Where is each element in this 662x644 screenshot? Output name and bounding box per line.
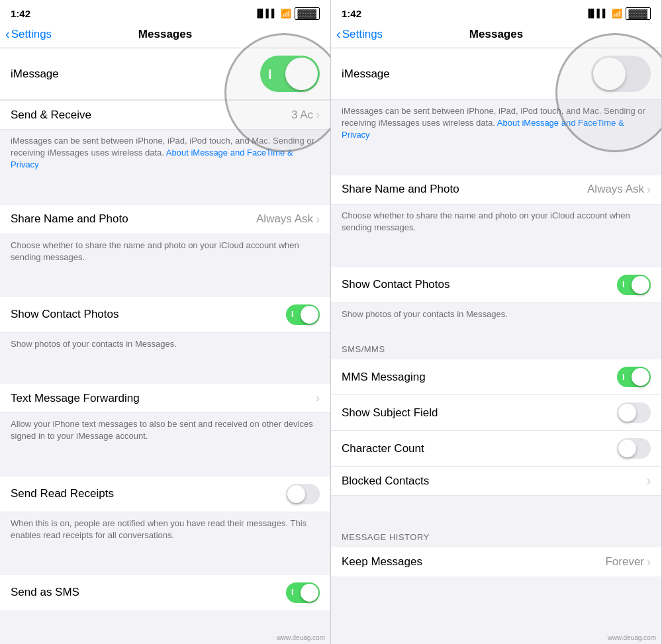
blocked-contacts-chevron: › <box>647 474 651 488</box>
imessage-footer-right: iMessages can be sent between iPhone, iP… <box>331 100 661 152</box>
contact-photos-footer-right: Show photos of your contacts in Messages… <box>331 303 661 331</box>
character-count-row[interactable]: Character Count <box>331 431 661 467</box>
group-divider-5-left <box>0 552 330 575</box>
toggle-knob <box>285 58 318 90</box>
show-subject-toggle[interactable] <box>617 402 651 423</box>
wifi-icon-right: 📶 <box>612 9 622 19</box>
back-chevron-icon-right: ‹ <box>336 26 341 42</box>
read-receipts-footer: When this is on, people are notified whe… <box>0 512 330 552</box>
share-name-text: Always Ask <box>256 212 313 226</box>
show-contact-photos-row-right[interactable]: Show Contact Photos I <box>331 267 661 303</box>
keep-messages-label: Keep Messages <box>342 555 422 569</box>
share-name-value-right: Always Ask › <box>587 183 651 197</box>
text-msg-forwarding-label: Text Message Forwarding <box>11 392 140 405</box>
battery-icon: ▓▓▓ <box>295 7 320 20</box>
send-read-receipts-row[interactable]: Send Read Receipts <box>0 477 330 512</box>
status-time-right: 1:42 <box>342 8 361 19</box>
show-subject-row[interactable]: Show Subject Field <box>331 395 661 431</box>
status-bar-right: 1:42 ▐▌▌▌ 📶 ▓▓▓ <box>331 0 661 24</box>
contact-photos-toggle-left[interactable]: I <box>286 304 320 325</box>
blocked-contacts-label: Blocked Contacts <box>342 475 429 488</box>
back-chevron-icon-left: ‹ <box>5 26 10 42</box>
back-button-left[interactable]: ‹ Settings <box>5 27 52 42</box>
back-label-right: Settings <box>342 28 383 41</box>
group-divider-4-left <box>0 453 330 477</box>
toggle-knob-imessage-right <box>593 58 626 90</box>
character-count-label: Character Count <box>342 442 424 455</box>
signal-icon: ▐▌▌▌ <box>255 9 277 18</box>
toggle-knob-subject <box>618 404 636 422</box>
imessage-footer-left: iMessages can be sent between iPhone, iP… <box>0 130 330 182</box>
send-read-receipts-label: Send Read Receipts <box>11 487 114 500</box>
show-contact-photos-label-right: Show Contact Photos <box>342 278 449 291</box>
group-divider-2-right <box>331 244 661 267</box>
share-name-chevron: › <box>316 212 320 226</box>
toggle-knob-contact <box>301 306 318 324</box>
imessage-label-left: iMessage <box>11 68 59 81</box>
settings-list-right: iMessage iMessages can be sent between i… <box>331 48 661 639</box>
share-name-text-right: Always Ask <box>587 183 644 196</box>
send-as-sms-label: Send as SMS <box>11 586 79 599</box>
toggle-knob-mms <box>632 368 649 386</box>
share-name-row-right[interactable]: Share Name and Photo Always Ask › <box>331 175 661 205</box>
contact-photos-toggle-right[interactable]: I <box>617 275 651 295</box>
send-receive-count: 3 Ac <box>291 109 313 122</box>
toggle-knob-read <box>287 485 305 503</box>
imessage-toggle-right[interactable] <box>591 56 651 92</box>
signal-icon-right: ▐▌▌▌ <box>586 9 608 18</box>
text-msg-forwarding-row[interactable]: Text Message Forwarding › <box>0 384 330 413</box>
page-title-left: Messages <box>138 28 192 41</box>
right-phone-panel: 1:42 ▐▌▌▌ 📶 ▓▓▓ ‹ Settings Messages iMes… <box>331 0 662 644</box>
imessage-row-right[interactable]: iMessage <box>331 48 661 100</box>
toggle-knob-char <box>618 439 636 457</box>
show-contact-photos-label-left: Show Contact Photos <box>11 308 118 321</box>
nav-bar-left: ‹ Settings Messages <box>0 24 330 48</box>
group-divider-3-right <box>331 496 661 519</box>
keep-messages-row[interactable]: Keep Messages Forever › <box>331 547 661 576</box>
group-divider-1-left <box>0 182 330 205</box>
send-receive-value: 3 Ac › <box>291 108 320 122</box>
back-label-left: Settings <box>11 28 52 41</box>
share-name-label-right: Share Name and Photo <box>342 183 459 196</box>
keep-messages-chevron: › <box>647 555 651 569</box>
settings-list-left: iMessage I Send & Receive 3 Ac › iMessag… <box>0 48 330 639</box>
page-title-right: Messages <box>469 28 523 41</box>
group-divider-2-left <box>0 274 330 297</box>
share-name-footer-right: Choose whether to share the name and pho… <box>331 205 661 244</box>
share-name-chevron-right: › <box>647 183 651 197</box>
send-as-sms-row[interactable]: Send as SMS I <box>0 575 330 610</box>
watermark-right: www.deuag.com <box>608 634 656 641</box>
character-count-toggle[interactable] <box>617 438 651 459</box>
contact-photos-footer-left: Show photos of your contacts in Messages… <box>0 333 330 361</box>
imessage-toggle-left[interactable]: I <box>260 56 320 92</box>
share-name-value-left: Always Ask › <box>256 212 320 226</box>
send-as-sms-toggle[interactable]: I <box>286 582 320 603</box>
show-contact-photos-row-left[interactable]: Show Contact Photos I <box>0 297 330 333</box>
mms-messaging-row[interactable]: MMS Messaging I <box>331 359 661 395</box>
keep-messages-value: Forever › <box>605 555 651 569</box>
smsmms-header: SMS/MMS <box>331 331 661 359</box>
blocked-contacts-row[interactable]: Blocked Contacts › <box>331 467 661 496</box>
send-receive-row-left[interactable]: Send & Receive 3 Ac › <box>0 100 330 130</box>
status-icons-left: ▐▌▌▌ 📶 ▓▓▓ <box>255 7 320 20</box>
keep-messages-text: Forever <box>605 555 644 569</box>
message-history-header: MESSAGE HISTORY <box>331 519 661 547</box>
imessage-label-right: iMessage <box>342 68 390 81</box>
send-read-receipts-toggle[interactable] <box>286 484 320 504</box>
mms-messaging-label: MMS Messaging <box>342 371 426 384</box>
share-name-label-left: Share Name and Photo <box>11 212 128 226</box>
back-button-right[interactable]: ‹ Settings <box>336 27 383 42</box>
wifi-icon: 📶 <box>281 9 291 19</box>
show-subject-label: Show Subject Field <box>342 406 438 420</box>
share-name-footer-left: Choose whether to share the name and pho… <box>0 234 330 274</box>
mms-messaging-toggle[interactable]: I <box>617 367 651 387</box>
watermark-left: www.deuag.com <box>277 634 325 641</box>
text-msg-chevron: › <box>316 391 320 405</box>
imessage-row-left[interactable]: iMessage I <box>0 48 330 100</box>
text-msg-footer: Allow your iPhone text messages to also … <box>0 413 330 453</box>
group-divider-1-right <box>331 152 661 175</box>
battery-icon-right: ▓▓▓ <box>626 7 651 20</box>
toggle-knob-sms <box>301 584 318 602</box>
status-bar-left: 1:42 ▐▌▌▌ 📶 ▓▓▓ <box>0 0 330 24</box>
share-name-row-left[interactable]: Share Name and Photo Always Ask › <box>0 205 330 234</box>
